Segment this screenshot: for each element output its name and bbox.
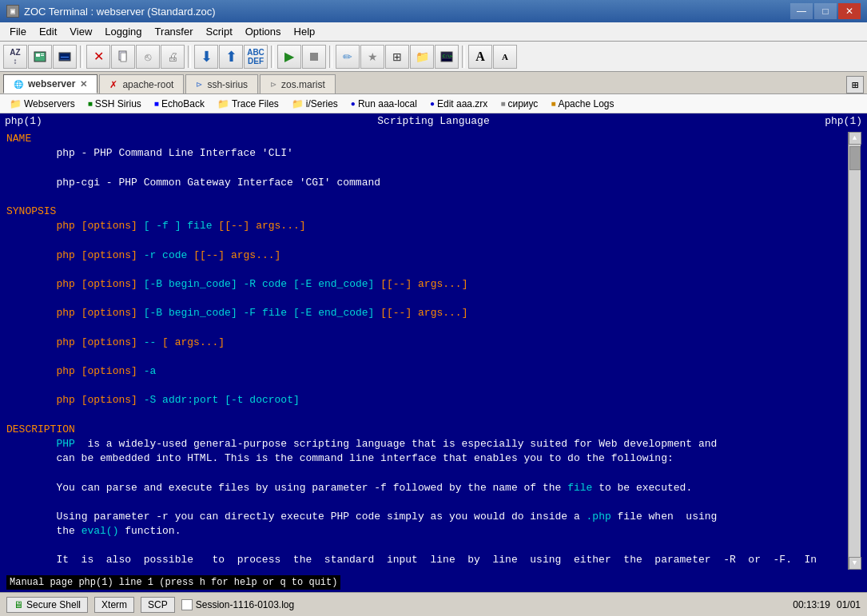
term-line-s3: php [options] [-B begin_code] -R code [-… <box>6 277 848 292</box>
tab-icon-ssh-sirius: ⊳ <box>196 80 202 89</box>
blue-dot-icon-1: ■ <box>154 99 159 108</box>
green-dot-icon: ■ <box>88 99 93 108</box>
checkbox-icon[interactable] <box>181 599 193 610</box>
folder-button[interactable]: 📁 <box>410 45 434 69</box>
terminal-text: NAME php - PHP Command Line Interface 'C… <box>6 132 848 570</box>
font-small-button[interactable]: A <box>493 45 517 69</box>
terminal-header-center: Scripting Language <box>377 115 489 127</box>
terminal2-button[interactable]: C:\> <box>435 45 459 69</box>
terminal-content[interactable]: NAME php - PHP Command Line Interface 'C… <box>0 129 867 573</box>
menu-options[interactable]: Options <box>239 24 288 39</box>
terminal-scrollbar: ▲ ▼ <box>848 132 861 570</box>
term-line-d4: Using parameter -r you can directly exec… <box>6 510 848 524</box>
term-line-blank9 <box>6 408 848 423</box>
term-line-2: php-cgi - PHP Common Gateway Interface '… <box>6 176 848 190</box>
toolbar-group-2: ✕ ⎋ 🖨 <box>86 45 185 69</box>
bookmark-echoback[interactable]: ■ EchoBack <box>149 97 209 111</box>
menu-help[interactable]: Help <box>288 24 322 39</box>
print-button[interactable]: 🖨 <box>161 45 185 69</box>
maximize-button[interactable]: □ <box>814 3 837 19</box>
status-secure-shell[interactable]: 🖥 Secure Shell <box>6 597 88 613</box>
term-line-d6: It is also possible to process the stand… <box>6 553 848 567</box>
term-line-s4: php [options] [-B begin_code] -F file [-… <box>6 306 848 320</box>
tab-zos-marist[interactable]: ⊳ zos.marist <box>260 74 336 93</box>
svg-rect-8 <box>121 53 126 62</box>
minimize-button[interactable]: — <box>790 3 813 19</box>
bookmark-webservers[interactable]: 📁 Webservers <box>5 97 80 111</box>
svg-rect-2 <box>41 54 44 54</box>
tab-label-zos-marist: zos.marist <box>281 79 325 90</box>
status-page: 01/01 <box>837 599 861 610</box>
bookmarks-bar: 📁 Webservers ■ SSH Sirius ■ EchoBack 📁 T… <box>0 94 867 113</box>
menu-logging[interactable]: Logging <box>98 24 148 39</box>
terminal-wrapper: php(1) Scripting Language php(1) NAME ph… <box>0 113 867 592</box>
status-xterm[interactable]: Xterm <box>94 597 134 613</box>
connect-button[interactable] <box>53 45 77 69</box>
copy-button[interactable] <box>111 45 135 69</box>
svg-rect-1 <box>36 54 40 57</box>
abc-button[interactable]: ABCDEF <box>244 45 268 69</box>
tab-webserver[interactable]: 🌐 webserver ✕ <box>3 74 97 93</box>
folder-icon-3: 📁 <box>292 98 304 109</box>
menu-script[interactable]: Script <box>200 24 239 39</box>
folder-icon: 📁 <box>10 98 22 109</box>
scroll-down-button[interactable]: ⬇ <box>194 45 218 69</box>
window-controls: — □ ✕ <box>790 3 861 19</box>
scrollbar-track[interactable] <box>849 145 861 557</box>
bookmark-label-edit-aaa: Edit aaa.zrx <box>437 98 487 109</box>
term-line-blank11 <box>6 495 848 510</box>
bookmark-ssh-sirius[interactable]: ■ SSH Sirius <box>83 97 146 111</box>
session-log-label: Session-1116-0103.log <box>196 599 294 610</box>
session-log-checkbox[interactable]: Session-1116-0103.log <box>181 599 294 610</box>
scroll-up-button[interactable]: ⬆ <box>219 45 243 69</box>
menu-file[interactable]: File <box>3 24 33 39</box>
menu-transfer[interactable]: Transfer <box>149 24 200 39</box>
bookmark-edit-aaa[interactable]: ● Edit aaa.zrx <box>425 97 492 111</box>
tab-ssh-sirius[interactable]: ⊳ ssh-sirius <box>185 74 258 93</box>
tab-label-ssh-sirius: ssh-sirius <box>207 79 248 90</box>
term-line-blank3 <box>6 233 848 248</box>
tab-close-webserver[interactable]: ✕ <box>80 79 87 89</box>
title-bar-left: ▣ ZOC Terminal : webserver (Standard.zoc… <box>6 5 216 18</box>
font-big-button[interactable]: A <box>468 45 492 69</box>
term-line-s1: php [options] [ -f ] file [[--] args...] <box>6 219 848 233</box>
term-line-blank12 <box>6 539 848 553</box>
sort-az-button[interactable]: AZ↕ <box>3 45 27 69</box>
orange-dot-icon: ■ <box>551 99 555 108</box>
tab-apache-root[interactable]: ✗ apache-root <box>99 74 184 93</box>
bookmark-apache-logs[interactable]: ■ Apache Logs <box>546 97 618 111</box>
svg-text:C:\>: C:\> <box>443 54 452 58</box>
status-scp[interactable]: SCP <box>141 597 175 613</box>
scrollbar-up-button[interactable]: ▲ <box>849 132 861 145</box>
tab-bar: 🌐 webserver ✕ ✗ apache-root ⊳ ssh-sirius… <box>0 72 867 94</box>
bookmark-sirius-cyrillic[interactable]: ■ сириус <box>495 97 543 111</box>
menu-view[interactable]: View <box>63 24 98 39</box>
term-line-d2: can be embedded into HTML. This is the c… <box>6 451 848 466</box>
stop-button[interactable]: ⏹ <box>302 45 326 69</box>
terminal-header: php(1) Scripting Language php(1) <box>0 113 867 129</box>
disconnect-button[interactable]: ✕ <box>86 45 110 69</box>
bookmark-trace-files[interactable]: 📁 Trace Files <box>213 97 284 111</box>
bookmark-run-aaa[interactable]: ● Run aaa-local <box>346 97 422 111</box>
status-scp-label: SCP <box>148 599 168 610</box>
term-line-desc: DESCRIPTION <box>6 423 848 437</box>
run-button[interactable]: ▶ <box>277 45 301 69</box>
toolbar-sep-5 <box>462 46 465 68</box>
menu-bar: File Edit View Logging Transfer Script O… <box>0 22 867 42</box>
new-session-button[interactable] <box>28 45 52 69</box>
status-right: 00:13:19 01/01 <box>793 599 861 610</box>
scrollbar-thumb[interactable] <box>849 146 861 170</box>
edit-button[interactable]: ✏ <box>336 45 360 69</box>
toolbar-sep-1 <box>80 46 83 68</box>
bookmark-iseries[interactable]: 📁 i/Series <box>287 97 343 111</box>
scrollbar-down-button[interactable]: ▼ <box>849 557 861 570</box>
star-button[interactable]: ★ <box>360 45 384 69</box>
grid-button[interactable]: ⊞ <box>385 45 409 69</box>
close-button[interactable]: ✕ <box>838 3 861 19</box>
menu-edit[interactable]: Edit <box>33 24 63 39</box>
paste-button[interactable]: ⎋ <box>136 45 160 69</box>
tab-label-webserver: webserver <box>28 78 75 89</box>
term-line-synopsis: SYNOPSIS <box>6 205 848 219</box>
tab-grid-button[interactable]: ⊞ <box>846 76 864 93</box>
blue-dot-icon-2: ● <box>351 99 356 108</box>
